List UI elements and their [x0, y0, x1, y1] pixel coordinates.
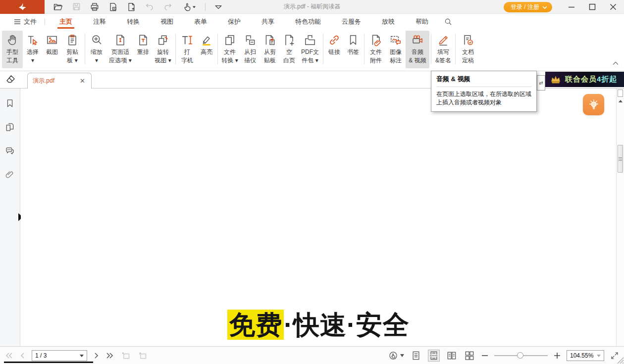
login-button[interactable]: 登录 / 注册: [504, 2, 552, 12]
menu-convert[interactable]: 转换: [120, 14, 147, 29]
menu-help[interactable]: 帮助: [409, 14, 435, 29]
select-tool-button[interactable]: 选择 ▾: [23, 31, 43, 68]
audio-video-button[interactable]: 音频 & 视频: [406, 31, 429, 68]
pdf-page[interactable]: 免费·快速·安全: [21, 89, 616, 346]
snapshot-icon: [46, 33, 58, 47]
typewriter-button[interactable]: 打 字机: [177, 31, 197, 68]
scroll-up-arrow[interactable]: [619, 100, 623, 102]
file-attachment-button[interactable]: 文件 附件: [366, 31, 386, 68]
minimize-icon[interactable]: [568, 3, 575, 11]
page-number-combobox[interactable]: 1 / 3: [32, 350, 87, 361]
hand-mode-selector[interactable]: [388, 351, 404, 361]
reflow-button[interactable]: 重排: [134, 31, 152, 68]
tab-close-icon[interactable]: ✕: [79, 77, 86, 85]
vertical-scrollbar[interactable]: [616, 89, 624, 346]
highlight-button[interactable]: 高亮: [197, 31, 216, 68]
chevron-down-icon: [400, 354, 404, 357]
save-icon[interactable]: [71, 1, 82, 12]
tool-label: 描仪: [244, 57, 256, 64]
tool-label: 文件: [224, 48, 236, 56]
tool-label: PDF文: [301, 48, 319, 56]
menu-protect[interactable]: 保护: [221, 14, 248, 29]
tooltip-audio-video: 音频 & 视频 在页面上选取区域，在所选取的区域上插入音频或者视频对象: [431, 71, 537, 112]
menu-label: 文件: [24, 17, 37, 26]
zoom-icon: [90, 33, 103, 47]
attachments-panel-icon[interactable]: [4, 169, 16, 181]
fill-sign-button[interactable]: 填写 &签名: [433, 31, 454, 68]
menu-file[interactable]: 文件: [10, 14, 41, 29]
menu-present[interactable]: 放映: [375, 14, 402, 29]
zoom-level-combobox[interactable]: 104.55%: [567, 350, 604, 361]
doc-finalize-button[interactable]: 文档 定稿: [457, 31, 479, 68]
tool-label: 图像: [390, 48, 402, 56]
next-view-icon: [138, 351, 148, 360]
slider-handle[interactable]: [517, 352, 523, 359]
single-page-view-icon[interactable]: [410, 350, 422, 362]
customize-toolbar-icon[interactable]: [213, 1, 224, 12]
tab-document[interactable]: 演示.pdf ✕: [27, 73, 92, 89]
facing-view-icon[interactable]: [446, 350, 458, 362]
from-clipboard-button[interactable]: 从剪 贴板: [260, 31, 280, 68]
eraser-icon[interactable]: [4, 74, 16, 86]
tool-label: 书签: [347, 48, 359, 56]
collapse-ribbon-icon[interactable]: [612, 60, 619, 66]
pages-panel-icon[interactable]: [4, 121, 16, 133]
tool-label: 填写: [437, 48, 449, 56]
zoom-button[interactable]: 缩放 ▾: [87, 31, 106, 68]
bookmarks-panel-icon[interactable]: [4, 97, 16, 109]
next-page-icon[interactable]: [94, 352, 99, 359]
menu-comment[interactable]: 注释: [86, 14, 113, 29]
maximize-icon[interactable]: [588, 3, 596, 11]
pdf-portfolio-button[interactable]: PDF文 件包 ▾: [299, 31, 321, 68]
tool-label: 白页: [283, 57, 295, 64]
redo-icon: [162, 1, 173, 12]
page-fit-options-button[interactable]: 页面适 应选项 ▾: [106, 31, 134, 68]
bookmark-button[interactable]: 书签: [344, 31, 363, 68]
search-icon[interactable]: [444, 17, 453, 26]
resize-grip[interactable]: [615, 355, 624, 364]
tool-label: 转换 ▾: [221, 57, 238, 64]
clipboard-button[interactable]: 剪贴 板 ▾: [61, 31, 83, 68]
scrollbar-top-button[interactable]: [618, 90, 623, 97]
menu-view[interactable]: 视图: [154, 14, 180, 29]
menu-home[interactable]: 主页: [52, 14, 79, 29]
continuous-view-icon[interactable]: [428, 350, 440, 362]
from-scanner-button[interactable]: 从扫 描仪: [240, 31, 260, 68]
page-fit-icon: [114, 33, 127, 47]
image-annotation-button[interactable]: 图像 标注: [386, 31, 406, 68]
zoom-in-icon[interactable]: [554, 352, 561, 359]
blank-page-button[interactable]: 空 白页: [280, 31, 299, 68]
hand-tool-button[interactable]: 手型 工具: [2, 31, 23, 68]
tool-label: 截图: [46, 48, 58, 56]
menu-form[interactable]: 表单: [187, 14, 214, 29]
tool-label: ▾: [31, 57, 34, 64]
promo-banner[interactable]: 联合会员4折起: [545, 72, 624, 87]
assistant-lightbulb-button[interactable]: [583, 94, 604, 115]
continuous-facing-view-icon[interactable]: [464, 350, 475, 362]
link-button[interactable]: 链接: [325, 31, 344, 68]
menu-share[interactable]: 共享: [255, 14, 281, 29]
page-remove-icon[interactable]: [107, 1, 118, 12]
open-file-icon[interactable]: [52, 1, 63, 12]
menu-cloud[interactable]: 云服务: [335, 14, 368, 29]
scrollbar-thumb[interactable]: [618, 145, 623, 173]
comments-panel-icon[interactable]: [4, 145, 16, 157]
app-window: 演示.pdf - 福昕阅读器 登录 / 注册 文件 主页 注释 转换 视图 表单…: [0, 0, 624, 364]
zoom-slider[interactable]: [494, 351, 548, 361]
foxit-logo-icon[interactable]: [0, 0, 45, 14]
status-bar: 1 / 3: [0, 346, 624, 364]
print-icon[interactable]: [89, 1, 100, 12]
last-page-icon[interactable]: [106, 352, 114, 359]
zoom-out-icon[interactable]: [481, 352, 488, 359]
close-icon[interactable]: [609, 3, 617, 11]
touch-mode-icon[interactable]: [181, 1, 198, 12]
banner-collapse-button[interactable]: ⇄: [537, 75, 545, 91]
file-convert-button[interactable]: 文件 转换 ▾: [219, 31, 240, 68]
menu-features[interactable]: 特色功能: [288, 14, 328, 29]
doc-finalize-icon: [462, 33, 474, 47]
snapshot-button[interactable]: 截图: [43, 31, 61, 68]
menu-label: 注释: [93, 17, 106, 26]
page-add-icon[interactable]: [126, 1, 137, 12]
tool-label: 视图 ▾: [155, 57, 171, 64]
rotate-view-button[interactable]: 旋转 视图 ▾: [152, 31, 174, 68]
